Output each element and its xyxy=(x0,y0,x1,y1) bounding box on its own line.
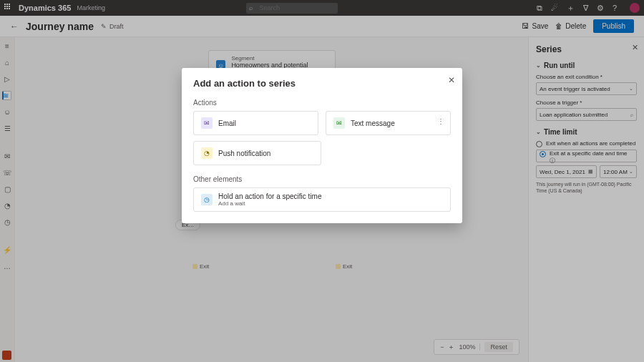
card-sublabel: Add a wait xyxy=(218,200,322,207)
add-action-modal: Add an action to series ✕ Actions ✉ Emai… xyxy=(182,68,462,223)
other-elements-header: Other elements xyxy=(193,175,451,183)
hold-action-card[interactable]: ◷ Hold an action for a specific time Add… xyxy=(193,187,451,212)
clock-icon: ◷ xyxy=(201,194,213,205)
card-label: Text message xyxy=(351,119,395,127)
modal-close-button[interactable]: ✕ xyxy=(448,75,455,85)
modal-title: Add an action to series xyxy=(193,78,451,89)
card-label: Email xyxy=(218,119,236,127)
actions-header: Actions xyxy=(193,99,451,107)
modal-backdrop[interactable]: Add an action to series ✕ Actions ✉ Emai… xyxy=(0,0,644,362)
mail-icon: ✉ xyxy=(201,117,213,129)
sms-icon: ✉ xyxy=(333,117,345,129)
card-label: Hold an action for a specific time xyxy=(218,192,322,200)
action-email-card[interactable]: ✉ Email xyxy=(193,111,318,135)
bell-icon: ◔ xyxy=(201,147,213,159)
action-push-card[interactable]: ◔ Push notification xyxy=(193,141,321,165)
action-text-card[interactable]: ✉ Text message ⋮ xyxy=(326,111,451,135)
card-menu-button[interactable]: ⋮ xyxy=(437,117,444,125)
card-label: Push notification xyxy=(218,150,270,157)
